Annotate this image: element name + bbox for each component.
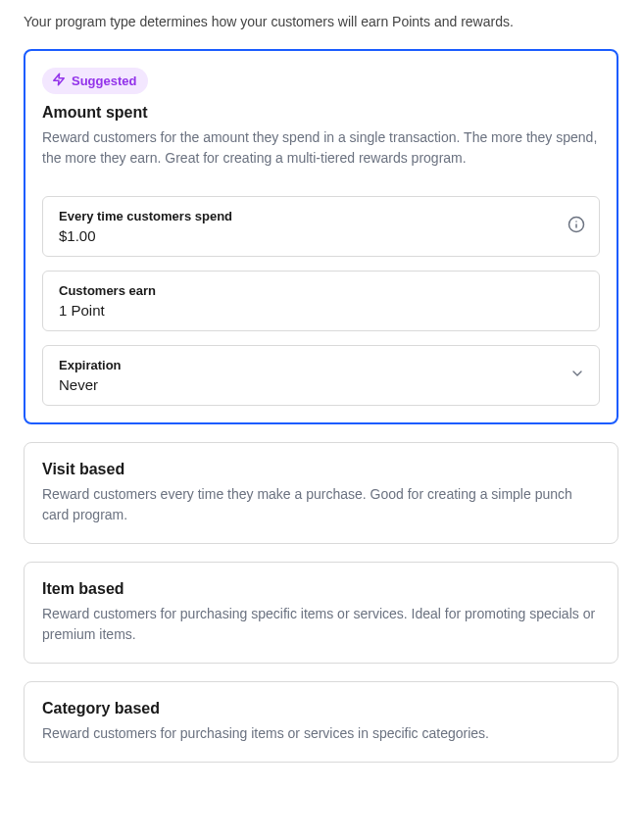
suggested-badge: Suggested bbox=[42, 68, 148, 94]
card-description: Reward customers for the amount they spe… bbox=[42, 127, 600, 169]
page-subtitle: Your program type determines how your cu… bbox=[24, 14, 618, 29]
expiration-field[interactable]: Expiration Never bbox=[42, 345, 600, 406]
field-label: Customers earn bbox=[59, 283, 583, 298]
field-value: Never bbox=[59, 376, 583, 393]
card-title: Visit based bbox=[42, 461, 600, 478]
card-description: Reward customers for purchasing items or… bbox=[42, 723, 600, 744]
field-label: Expiration bbox=[59, 358, 583, 372]
program-card-item-based[interactable]: Item based Reward customers for purchasi… bbox=[24, 562, 618, 664]
card-title: Amount spent bbox=[42, 104, 600, 122]
card-description: Reward customers for purchasing specific… bbox=[42, 604, 600, 645]
earn-field[interactable]: Customers earn 1 Point bbox=[42, 271, 600, 331]
badge-label: Suggested bbox=[72, 74, 136, 88]
program-card-visit-based[interactable]: Visit based Reward customers every time … bbox=[24, 442, 618, 544]
card-description: Reward customers every time they make a … bbox=[42, 484, 600, 525]
info-icon[interactable] bbox=[568, 216, 585, 237]
chevron-down-icon bbox=[569, 366, 585, 385]
card-title: Category based bbox=[42, 700, 600, 717]
program-card-amount-spent[interactable]: Suggested Amount spent Reward customers … bbox=[24, 49, 618, 424]
spend-field[interactable]: Every time customers spend $1.00 bbox=[42, 196, 600, 257]
program-card-category-based[interactable]: Category based Reward customers for purc… bbox=[24, 681, 618, 763]
svg-marker-0 bbox=[54, 74, 65, 85]
lightning-icon bbox=[52, 73, 72, 89]
field-label: Every time customers spend bbox=[59, 209, 583, 223]
field-value: 1 Point bbox=[59, 302, 583, 319]
field-value: $1.00 bbox=[59, 227, 583, 244]
card-title: Item based bbox=[42, 580, 600, 598]
